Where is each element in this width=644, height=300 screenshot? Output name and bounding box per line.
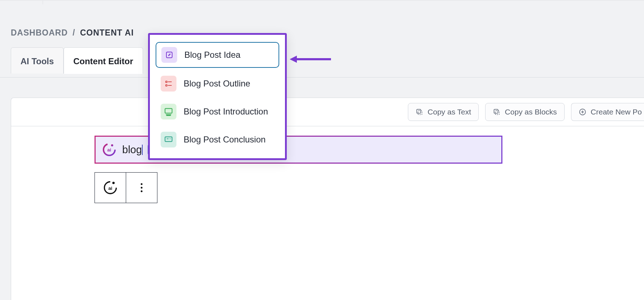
block-toolbar: ai	[95, 172, 157, 203]
ai-logo-icon: ai	[102, 142, 116, 157]
breadcrumb-separator: /	[70, 28, 77, 37]
monitor-icon	[161, 104, 176, 119]
tab-ai-tools[interactable]: AI Tools	[11, 47, 64, 74]
svg-rect-17	[165, 108, 172, 113]
dropdown-item-blog-post-conclusion[interactable]: Blog Post Conclusion	[156, 127, 279, 152]
tab-content-editor[interactable]: Content Editor	[64, 47, 143, 74]
svg-rect-18	[165, 137, 172, 141]
svg-text:ai: ai	[107, 147, 111, 153]
svg-rect-1	[417, 109, 421, 113]
ai-prompt-value: blog	[122, 144, 142, 156]
annotation-arrow	[290, 54, 331, 65]
blocks-icon	[493, 108, 501, 116]
svg-point-12	[141, 187, 143, 189]
ai-block-button[interactable]: ai	[95, 173, 126, 203]
breadcrumb: DASHBOARD / CONTENT AI	[11, 28, 134, 38]
dropdown-item-blog-post-idea[interactable]: Blog Post Idea	[156, 42, 279, 68]
svg-point-9	[112, 182, 115, 184]
create-new-post-button[interactable]: Create New Po	[571, 103, 644, 121]
kebab-icon	[140, 182, 143, 193]
message-question-icon	[161, 132, 176, 147]
dropdown-item-label: Blog Post Idea	[184, 50, 240, 60]
dropdown-item-label: Blog Post Outline	[184, 79, 250, 89]
copy-as-blocks-button[interactable]: Copy as Blocks	[485, 103, 565, 121]
svg-marker-20	[290, 56, 297, 63]
svg-point-6	[111, 144, 113, 146]
copy-as-blocks-label: Copy as Blocks	[505, 108, 557, 116]
breadcrumb-root[interactable]: DASHBOARD	[11, 28, 68, 37]
tab-underline	[0, 77, 644, 78]
dropdown-item-blog-post-outline[interactable]: Blog Post Outline	[156, 71, 279, 96]
svg-rect-15	[166, 81, 167, 83]
svg-rect-16	[166, 85, 167, 86]
dropdown-item-blog-post-introduction[interactable]: Blog Post Introduction	[156, 99, 279, 124]
editor-toolbar: Copy as Text Copy as Blocks Create New P…	[11, 98, 644, 126]
dropdown-item-label: Blog Post Conclusion	[184, 135, 266, 145]
plus-circle-icon	[579, 108, 586, 116]
list-icon	[161, 76, 176, 92]
svg-rect-3	[494, 109, 498, 113]
copy-as-text-label: Copy as Text	[428, 108, 471, 116]
svg-point-11	[141, 183, 143, 185]
copy-icon	[415, 108, 423, 116]
ai-tool-dropdown: Blog Post Idea Blog Post Outline Blog Po…	[148, 33, 287, 160]
svg-rect-2	[495, 111, 499, 114]
copy-as-text-button[interactable]: Copy as Text	[408, 103, 479, 121]
svg-point-13	[141, 191, 143, 192]
tabs: AI Tools Content Editor	[11, 47, 143, 74]
more-options-button[interactable]	[126, 173, 157, 203]
svg-text:ai: ai	[109, 186, 112, 191]
app-frame: DASHBOARD / CONTENT AI AI Tools Content …	[0, 0, 644, 300]
edit-square-icon	[161, 47, 177, 63]
dropdown-item-label: Blog Post Introduction	[184, 107, 268, 117]
breadcrumb-current: CONTENT AI	[80, 28, 134, 37]
svg-rect-0	[418, 111, 422, 114]
create-new-post-label: Create New Po	[591, 108, 642, 116]
